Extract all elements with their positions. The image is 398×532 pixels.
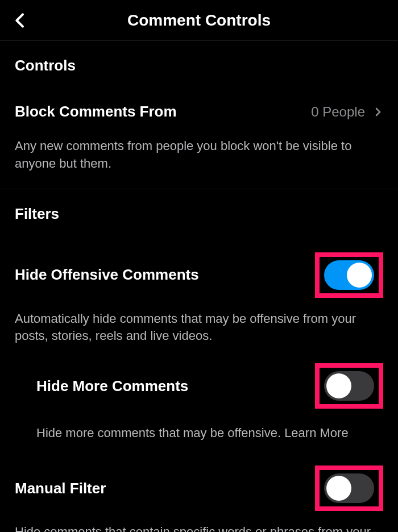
hide-more-description: Hide more comments that may be offensive… [15,409,383,444]
hide-more-toggle[interactable] [324,371,374,401]
hide-more-label: Hide More Comments [36,377,188,395]
hide-offensive-row: Hide Offensive Comments [15,230,383,298]
controls-section: Controls Block Comments From 0 People An… [0,41,398,189]
manual-filter-row: Manual Filter [15,444,383,511]
toggle-knob [347,263,372,288]
hide-offensive-description: Automatically hide comments that may be … [15,298,383,361]
block-comments-right: 0 People [311,104,383,120]
back-button[interactable] [11,11,30,30]
highlight-box [315,466,383,511]
manual-filter-description: Hide comments that contain specific word… [15,511,383,532]
toggle-knob [326,476,351,501]
toggle-knob [326,373,351,398]
highlight-box [315,252,383,298]
hide-more-description-text: Hide more comments that may be offensive… [36,426,284,440]
hide-more-row: Hide More Comments [15,361,383,409]
block-comments-value: 0 People [311,104,365,120]
block-comments-row[interactable]: Block Comments From 0 People [15,81,383,125]
page-title: Comment Controls [0,11,398,30]
chevron-right-icon [373,104,383,120]
learn-more-link[interactable]: Learn More [284,426,349,440]
highlight-box [315,363,383,409]
block-comments-label: Block Comments From [15,103,177,120]
chevron-left-icon [11,11,30,30]
filters-section: Filters Hide Offensive Comments Automati… [0,189,398,532]
manual-filter-toggle[interactable] [324,473,374,503]
hide-offensive-toggle[interactable] [324,260,374,290]
controls-section-title: Controls [15,41,383,81]
block-comments-description: Any new comments from people you block w… [15,125,383,189]
manual-filter-label: Manual Filter [15,480,106,497]
filters-section-title: Filters [15,189,383,230]
header: Comment Controls [0,0,398,41]
hide-offensive-label: Hide Offensive Comments [15,266,199,284]
